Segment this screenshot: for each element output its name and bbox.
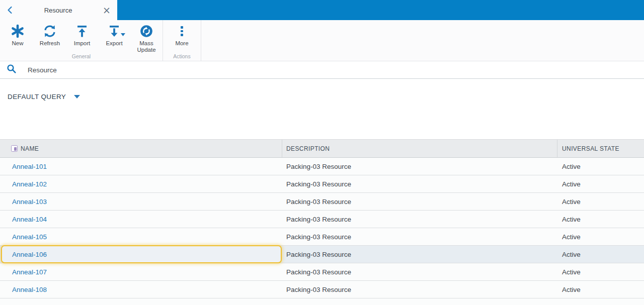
resource-name-link[interactable]: Anneal-101 [12, 163, 47, 170]
table-row[interactable]: Anneal-102 Packing-03 Resource Active [0, 175, 644, 193]
export-dropdown-caret-icon[interactable] [121, 29, 125, 38]
top-bar: Resource × [0, 0, 644, 20]
table-body: Anneal-101 Packing-03 Resource Active An… [0, 158, 644, 305]
chevron-down-icon [74, 95, 80, 98]
search-bar[interactable]: Resource [0, 61, 644, 79]
universal-state-cell: Active [557, 211, 644, 228]
refresh-button-label: Refresh [40, 40, 60, 47]
export-icon [107, 24, 121, 39]
mass-update-button[interactable]: Mass Update [130, 24, 163, 53]
resource-name-link[interactable]: Anneal-106 [12, 251, 47, 258]
table-row[interactable]: Anneal-109 Packing-03 Resource Active [0, 298, 644, 305]
resource-name-link[interactable]: Anneal-107 [12, 268, 47, 276]
import-button-label: Import [74, 40, 91, 47]
import-button[interactable]: Import [66, 24, 98, 47]
search-icon [7, 64, 17, 76]
mass-update-button-label: Mass Update [130, 40, 163, 53]
universal-state-cell: Active [557, 228, 644, 245]
universal-state-cell: Active [557, 263, 644, 280]
resource-description-cell: Packing-03 Resource [282, 298, 557, 305]
resource-description-cell: Packing-03 Resource [282, 193, 557, 210]
table-row[interactable]: Anneal-108 Packing-03 Resource Active [0, 281, 644, 298]
more-button[interactable]: More [164, 24, 200, 47]
column-header-name[interactable]: NAME [0, 140, 282, 157]
universal-state-cell: Active [557, 175, 644, 192]
resource-name-cell: Anneal-102 [0, 175, 282, 192]
universal-state-cell: Active [557, 158, 644, 175]
resource-description-cell: Packing-03 Resource [282, 158, 557, 175]
table-row[interactable]: Anneal-107 Packing-03 Resource Active [0, 263, 644, 281]
resource-name-cell: Anneal-109 [0, 298, 282, 305]
resource-name-cell: Anneal-104 [0, 211, 282, 228]
column-header-universal-state[interactable]: UNIVERSAL STATE [557, 140, 644, 157]
universal-state-cell: Active [557, 193, 644, 210]
toolbar-group-label-actions: Actions [163, 53, 201, 59]
tab-resource[interactable]: Resource × [0, 0, 117, 20]
resource-description-cell: Packing-03 Resource [282, 281, 557, 298]
query-selector[interactable]: DEFAULT QUERY [8, 93, 80, 100]
search-input-value[interactable]: Resource [28, 66, 57, 74]
resource-description-cell: Packing-03 Resource [282, 228, 557, 245]
resource-name-cell: Anneal-103 [0, 193, 282, 210]
resource-name-link[interactable]: Anneal-109 [12, 303, 47, 305]
universal-state-cell: Active [557, 298, 644, 305]
resource-name-cell: Anneal-101 [0, 158, 282, 175]
table-row[interactable]: Anneal-106 Packing-03 Resource Active [0, 246, 644, 263]
table-header-row: NAME DESCRIPTION UNIVERSAL STATE [0, 139, 644, 158]
toolbar-group-general: New Refresh [0, 20, 163, 61]
resource-name-link[interactable]: Anneal-102 [12, 180, 47, 188]
resource-description-cell: Packing-03 Resource [282, 211, 557, 228]
more-ellipsis-icon [181, 24, 183, 39]
resource-name-link[interactable]: Anneal-104 [12, 216, 47, 223]
export-button[interactable]: Export [98, 24, 130, 47]
resource-name-link[interactable]: Anneal-103 [12, 198, 47, 206]
import-icon [75, 24, 89, 39]
resource-name-cell: Anneal-107 [0, 263, 282, 280]
back-chevron-icon[interactable] [5, 5, 15, 15]
export-button-label: Export [106, 40, 122, 47]
universal-state-cell: Active [557, 246, 644, 263]
new-icon [11, 24, 25, 39]
universal-state-cell: Active [557, 281, 644, 298]
table-row[interactable]: Anneal-103 Packing-03 Resource Active [0, 193, 644, 211]
column-header-name-label: NAME [21, 145, 39, 152]
resource-name-cell: Anneal-105 [0, 228, 282, 245]
app-window: Resource × New [0, 0, 644, 305]
resource-name-link[interactable]: Anneal-108 [12, 286, 47, 293]
toolbar-group-label-general: General [0, 53, 163, 59]
table-row[interactable]: Anneal-104 Packing-03 Resource Active [0, 211, 644, 228]
table-row[interactable]: Anneal-105 Packing-03 Resource Active [0, 228, 644, 246]
toolbar: New Refresh [0, 20, 644, 61]
mass-update-icon [139, 24, 153, 39]
more-button-label: More [175, 40, 188, 47]
column-header-description[interactable]: DESCRIPTION [282, 140, 557, 157]
refresh-icon [43, 24, 57, 39]
table-row[interactable]: Anneal-101 Packing-03 Resource Active [0, 158, 644, 175]
resource-description-cell: Packing-03 Resource [282, 246, 557, 263]
refresh-button[interactable]: Refresh [34, 24, 66, 47]
resource-description-cell: Packing-03 Resource [282, 263, 557, 280]
close-icon[interactable]: × [101, 6, 112, 15]
resource-description-cell: Packing-03 Resource [282, 175, 557, 192]
toolbar-group-actions: More Actions [163, 20, 201, 61]
resource-name-cell: Anneal-106 [0, 246, 282, 263]
new-button[interactable]: New [2, 24, 34, 47]
resource-name-cell: Anneal-108 [0, 281, 282, 298]
tab-title: Resource [15, 7, 101, 14]
query-selector-label: DEFAULT QUERY [8, 93, 66, 100]
key-column-icon [11, 145, 18, 152]
resource-table: NAME DESCRIPTION UNIVERSAL STATE Anneal-… [0, 139, 644, 305]
new-button-label: New [12, 40, 23, 47]
resource-name-link[interactable]: Anneal-105 [12, 233, 47, 241]
